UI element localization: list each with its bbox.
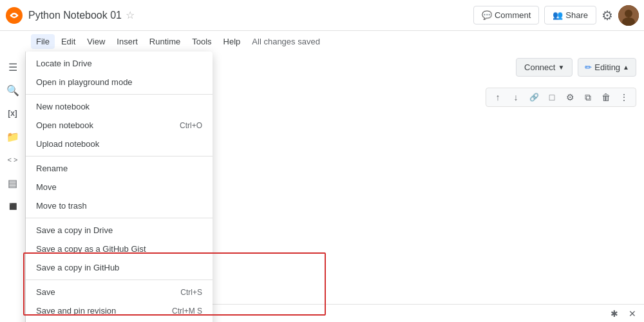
- main-layout: ☰ 🔍 [x] 📁 < > ▤ ⬛ Locate in Drive Open i…: [0, 52, 644, 322]
- sidebar-icon-menu[interactable]: ☰: [3, 57, 23, 77]
- top-bar: Python Notebook 01 ☆ 💬 Comment 👥 Share ⚙: [0, 0, 644, 31]
- menu-open-playground[interactable]: Open in playground mode: [26, 73, 213, 91]
- menu-save-copy-github[interactable]: Save a copy in GitHub: [26, 258, 213, 277]
- connect-button[interactable]: Connect ▼: [516, 58, 573, 77]
- sidebar-icon-variables[interactable]: [x]: [3, 103, 23, 124]
- menu-upload-notebook[interactable]: Upload notebook: [26, 135, 213, 153]
- comment-icon: 💬: [482, 10, 492, 20]
- changes-saved: All changes saved: [252, 37, 320, 46]
- settings-icon[interactable]: ⚙: [601, 8, 613, 23]
- colab-logo: [5, 6, 23, 24]
- menu-move-to-trash[interactable]: Move to trash: [26, 196, 213, 215]
- menu-tools[interactable]: Tools: [187, 34, 216, 49]
- share-icon: 👥: [553, 10, 563, 20]
- star-icon[interactable]: ☆: [126, 9, 135, 21]
- menu-save-copy-drive[interactable]: Save a copy in Drive: [26, 221, 213, 240]
- top-bar-actions: 💬 Comment 👥 Share ⚙: [473, 5, 639, 26]
- svg-point-0: [6, 7, 23, 24]
- menu-locate-in-drive[interactable]: Locate in Drive: [26, 54, 213, 73]
- expand-icon[interactable]: ✱: [608, 307, 621, 320]
- sidebar-icon-search[interactable]: 🔍: [3, 80, 23, 100]
- editing-chevron-icon: ▲: [623, 64, 629, 71]
- sidebar: ☰ 🔍 [x] 📁 < > ▤ ⬛: [0, 52, 26, 322]
- divider-3: [26, 218, 213, 218]
- cell-settings-icon[interactable]: ⚙: [562, 90, 578, 105]
- menu-bar: File Edit View Insert Runtime Tools Help…: [0, 31, 644, 52]
- cell-expand-icon[interactable]: □: [544, 90, 560, 105]
- menu-rename[interactable]: Rename: [26, 159, 213, 178]
- menu-save-copy-gist[interactable]: Save a copy as a GitHub Gist: [26, 240, 213, 258]
- notebook-toolbar: Connect ▼ ✏ Editing ▲: [508, 52, 644, 82]
- svg-point-2: [625, 10, 632, 17]
- sidebar-icon-snippet[interactable]: ▤: [3, 173, 23, 193]
- cell-move-down-icon[interactable]: ↓: [508, 90, 524, 105]
- divider-1: [26, 94, 213, 95]
- menu-new-notebook[interactable]: New notebook: [26, 97, 213, 116]
- menu-edit[interactable]: Edit: [56, 34, 80, 49]
- cell-more-icon[interactable]: ⋮: [616, 90, 632, 105]
- menu-open-notebook[interactable]: Open notebook Ctrl+O: [26, 116, 213, 135]
- menu-insert[interactable]: Insert: [111, 34, 143, 49]
- menu-save-pin-revision[interactable]: Save and pin revision Ctrl+M S: [26, 301, 213, 320]
- notebook-title: Python Notebook 01: [28, 10, 122, 21]
- menu-help[interactable]: Help: [218, 34, 246, 49]
- cell-toolbar: ↑ ↓ 🔗 □ ⚙ ⧉ 🗑 ⋮: [486, 88, 636, 107]
- menu-runtime[interactable]: Runtime: [144, 34, 185, 49]
- cell-copy-icon[interactable]: ⧉: [580, 90, 596, 105]
- cell-delete-icon[interactable]: 🗑: [598, 90, 614, 105]
- menu-view[interactable]: View: [82, 34, 110, 49]
- sidebar-icon-code[interactable]: < >: [3, 149, 23, 170]
- avatar-image: [618, 5, 639, 26]
- share-button[interactable]: 👥 Share: [544, 6, 596, 24]
- pencil-icon: ✏: [585, 62, 592, 72]
- cell-link-icon[interactable]: 🔗: [526, 90, 542, 105]
- connect-chevron-icon: ▼: [558, 64, 564, 71]
- divider-4: [26, 279, 213, 280]
- sidebar-icon-terminal[interactable]: ⬛: [3, 196, 23, 216]
- divider-2: [26, 156, 213, 156]
- avatar[interactable]: [618, 5, 639, 26]
- editing-button[interactable]: ✏ Editing ▲: [578, 58, 636, 77]
- sidebar-icon-files[interactable]: 📁: [3, 126, 23, 147]
- file-dropdown-menu: Locate in Drive Open in playground mode …: [26, 52, 213, 322]
- cell-move-up-icon[interactable]: ↑: [490, 90, 506, 105]
- comment-button[interactable]: 💬 Comment: [473, 6, 539, 24]
- menu-save[interactable]: Save Ctrl+S: [26, 283, 213, 301]
- menu-file[interactable]: File: [31, 34, 55, 49]
- menu-move[interactable]: Move: [26, 178, 213, 196]
- close-icon[interactable]: ✕: [626, 307, 639, 320]
